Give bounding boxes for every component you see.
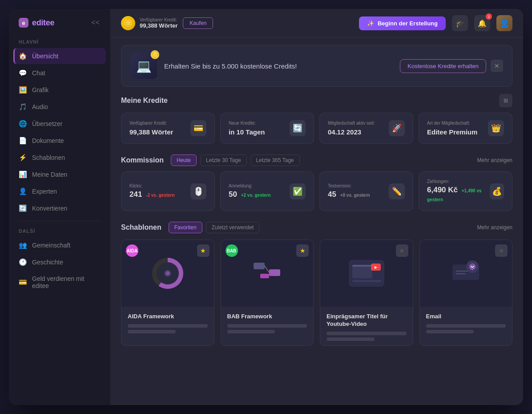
promo-cta-button[interactable]: Kostenlose Kredite erhalten bbox=[400, 59, 486, 73]
schablone-line bbox=[128, 330, 176, 333]
promo-text: Erhalten Sie bis zu 5.000 kostenlose Cre… bbox=[164, 62, 297, 70]
sidebar-item-geschichte[interactable]: 🕐 Geschichte bbox=[13, 254, 106, 270]
email-illustration bbox=[448, 258, 484, 289]
schablonen-tabs: Favoriten Zuletzt verwendet bbox=[169, 222, 260, 233]
schablonen-tab-zuletzt[interactable]: Zuletzt verwendet bbox=[206, 222, 260, 233]
youtube-star-button[interactable]: ★ bbox=[396, 244, 408, 257]
coin-icon: 🪙 bbox=[121, 16, 135, 30]
schablone-line bbox=[326, 332, 407, 335]
sidebar-item-geld-verdienen[interactable]: 💳 Geld verdienen mit editee bbox=[13, 271, 106, 293]
aida-badge: AIDA bbox=[126, 244, 138, 257]
geld-verdienen-icon: 💳 bbox=[19, 278, 27, 286]
schablone-youtube-body: Einprägsamer Titel für Youtube-Video bbox=[320, 307, 413, 345]
kommission-anmeldung-value: 50 +2 vs. gestern bbox=[229, 190, 271, 199]
sidebar-divider bbox=[18, 221, 101, 221]
sidebar-item-ubersicht-label: Übersicht bbox=[32, 53, 58, 60]
kredit-card-verfugbar-label: Verfügbarer Kredit: bbox=[129, 121, 173, 126]
home-icon: 🏠 bbox=[19, 52, 27, 60]
sidebar-item-experten[interactable]: 👤 Experten bbox=[13, 183, 106, 199]
kommission-card-anmeldung: Anmeldung: 50 +2 vs. gestern ✅ bbox=[220, 171, 314, 211]
buy-credits-button[interactable]: Kaufen bbox=[183, 17, 213, 29]
user-avatar[interactable]: 👤 bbox=[496, 15, 512, 31]
schablonen-mehr-anzeigen[interactable]: Mehr anzeigen bbox=[477, 224, 512, 231]
sidebar-item-ubersicht[interactable]: 🏠 Übersicht bbox=[13, 48, 106, 64]
sidebar-item-konvertieren[interactable]: 🔄 Konvertieren bbox=[13, 200, 106, 216]
kredit-card-neue: Neue Kredite: in 10 Tagen 🔄 bbox=[220, 113, 314, 144]
sidebar-item-audio[interactable]: 🎵 Audio bbox=[13, 99, 106, 115]
sidebar-collapse-button[interactable]: << bbox=[89, 17, 101, 28]
sidebar-item-gemeinschaft[interactable]: 👥 Gemeinschaft bbox=[13, 237, 106, 253]
kredit-card-neue-label: Neue Kredite: bbox=[229, 121, 265, 126]
kommission-tab-365[interactable]: Letzte 365 Tage bbox=[250, 154, 300, 166]
sidebar-item-geld-verdienen-label: Geld verdienen mit editee bbox=[32, 275, 101, 289]
sidebar-item-dokumente[interactable]: 📄 Dokumente bbox=[13, 133, 106, 149]
kredit-card-seit: Mitgliedschaft aktiv seit: 04.12 2023 🚀 bbox=[319, 113, 413, 144]
graduation-cap-button[interactable]: 🎓 bbox=[452, 15, 468, 31]
promo-close-button[interactable]: ✕ bbox=[491, 60, 503, 72]
email-star-button[interactable]: ★ bbox=[495, 244, 508, 257]
schablonen-section: Schablonen Favoriten Zuletzt verwendet M… bbox=[121, 222, 512, 346]
schablone-bab-body: BAB Framework bbox=[221, 307, 314, 338]
credit-info: 🪙 Verfügbarer Kredit: 99,388 Wörter bbox=[121, 16, 177, 30]
schablone-line bbox=[326, 337, 375, 341]
credit-value: 99,388 Wörter bbox=[140, 22, 177, 29]
schablone-aida-title: AIDA Framework bbox=[128, 313, 208, 321]
bab-star-button[interactable]: ★ bbox=[296, 244, 309, 257]
kredit-card-art: Art der Mitgliedschaft: Editee Premium 👑 bbox=[419, 113, 512, 144]
content-area: 💻 🪙 Erhalten Sie bis zu 5.000 kostenlose… bbox=[110, 38, 523, 405]
topbar: 🪙 Verfügbarer Kredit: 99,388 Wörter Kauf… bbox=[110, 9, 523, 38]
schablone-card-email[interactable]: ★ Email bbox=[419, 239, 513, 346]
sidebar-item-grafik-label: Grafik bbox=[32, 86, 48, 93]
create-button[interactable]: ✨ Beginn der Erstellung bbox=[359, 16, 446, 30]
star-icon: ★ bbox=[399, 247, 405, 254]
star-icon: ★ bbox=[200, 247, 206, 254]
kommission-tab-heute[interactable]: Heute bbox=[171, 154, 197, 166]
aida-illustration bbox=[150, 256, 185, 291]
svg-rect-3 bbox=[269, 269, 280, 276]
kommission-test-value: 45 +0 vs. gestern bbox=[328, 190, 370, 199]
sidebar-item-geschichte-label: Geschichte bbox=[32, 259, 63, 266]
schablone-youtube-img: ▶ ★ bbox=[320, 240, 413, 307]
notification-button[interactable]: 🔔 1 bbox=[474, 15, 490, 31]
schablone-card-bab[interactable]: BAB ★ BAB Framework bbox=[221, 239, 314, 346]
kommission-klicks-value: 241 -2 vs. gestern bbox=[129, 190, 175, 199]
svg-point-1 bbox=[165, 271, 170, 276]
sidebar-item-grafik[interactable]: 🖼️ Grafik bbox=[13, 82, 106, 98]
schablone-line bbox=[227, 330, 275, 333]
bell-icon: 🔔 bbox=[478, 19, 487, 28]
svg-rect-4 bbox=[260, 274, 269, 278]
aida-star-button[interactable]: ★ bbox=[197, 244, 210, 257]
star-icon: ★ bbox=[499, 247, 504, 254]
schablonen-tab-favoriten[interactable]: Favoriten bbox=[169, 222, 202, 233]
kommission-cards-grid: Klicks: 241 -2 vs. gestern 🖱️ Anmeldung: bbox=[121, 171, 512, 211]
kredit-card-seit-value: 04.12 2023 bbox=[328, 128, 375, 136]
app-window: e editee << Hlavní 🏠 Übersicht 💬 Chat 🖼️… bbox=[9, 9, 523, 405]
kredite-settings-button[interactable]: ⊞ bbox=[499, 94, 512, 107]
sidebar-item-ubersetzer[interactable]: 🌐 Übersetzer bbox=[13, 116, 106, 132]
kommission-test-icon: ✏️ bbox=[389, 183, 405, 199]
kommission-mehr-anzeigen[interactable]: Mehr anzeigen bbox=[477, 157, 512, 163]
kredite-section-header: Meine Kredite ⊞ bbox=[121, 94, 512, 107]
sidebar-item-schablonen[interactable]: ⚡ Schablonen bbox=[13, 150, 106, 166]
kredit-card-verfugbar-icon: 💳 bbox=[190, 120, 206, 136]
schablone-card-youtube[interactable]: ▶ ★ Einprägsamer Titel für Youtube-Video bbox=[320, 239, 413, 346]
kredit-card-seit-icon: 🚀 bbox=[389, 120, 405, 136]
sidebar-item-meine-daten[interactable]: 📊 Meine Daten bbox=[13, 166, 106, 183]
dokumente-icon: 📄 bbox=[19, 137, 27, 145]
schablone-card-aida[interactable]: AIDA ★ AIDA Framework bbox=[121, 239, 214, 346]
sidebar-item-audio-label: Audio bbox=[32, 103, 48, 110]
svg-rect-9 bbox=[352, 265, 372, 267]
kommission-section: Kommission Heute Letzte 30 Tage Letzte 3… bbox=[121, 154, 512, 211]
sidebar-item-chat[interactable]: 💬 Chat bbox=[13, 65, 106, 81]
create-button-label: Beginn der Erstellung bbox=[378, 20, 438, 27]
kredite-section-title: Meine Kredite bbox=[121, 97, 168, 105]
sidebar-item-meine-daten-label: Meine Daten bbox=[32, 171, 67, 178]
promo-left: 💻 🪙 Erhalten Sie bis zu 5.000 kostenlose… bbox=[130, 53, 297, 79]
kommission-tab-30[interactable]: Letzte 30 Tage bbox=[200, 154, 247, 166]
schablonen-section-header: Schablonen Favoriten Zuletzt verwendet M… bbox=[121, 222, 512, 233]
sidebar-item-konvertieren-label: Konvertieren bbox=[32, 205, 67, 212]
kommission-card-zahlungen: Zahlungen: 6,490 Kč +1,490 vs gestern 💰 bbox=[419, 171, 512, 211]
kredite-section: Meine Kredite ⊞ Verfügbarer Kredit: 99,3… bbox=[121, 94, 512, 144]
credit-label: Verfügbarer Kredit: bbox=[140, 17, 177, 22]
kredit-card-neue-value: in 10 Tagen bbox=[229, 128, 265, 136]
